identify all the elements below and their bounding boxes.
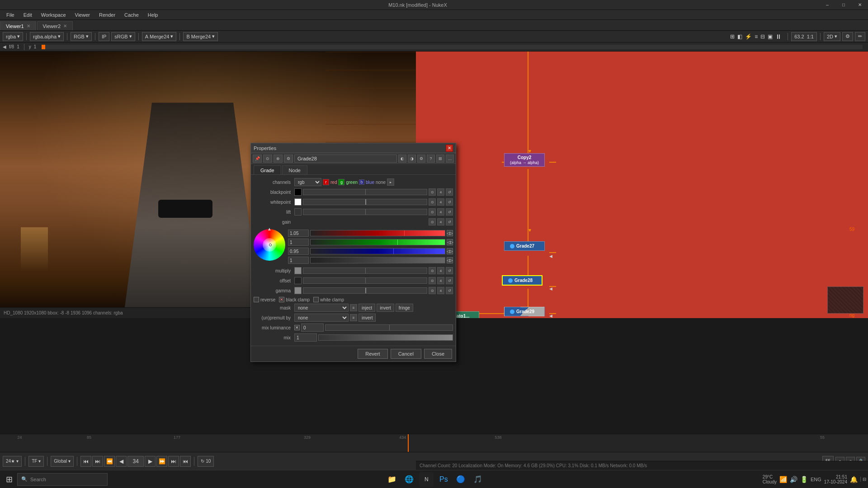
multiply-swatch[interactable] xyxy=(294,267,302,274)
step-forward-button[interactable]: ▶ xyxy=(145,456,156,467)
a-input-select[interactable]: A Merge24 ▾ xyxy=(142,32,177,41)
menu-edit[interactable]: Edit xyxy=(19,10,37,20)
gain-menu-3[interactable]: ◁▷ xyxy=(447,248,453,254)
loop-count[interactable]: ↻ 10 xyxy=(198,456,214,467)
props-settings-icon[interactable]: ⚙ xyxy=(284,155,293,163)
taskbar-app-browser[interactable]: 🔵 xyxy=(453,472,468,487)
channels-dropdown[interactable]: rgbrgbaredgreenblue xyxy=(294,178,321,186)
node-copy2[interactable]: Copy2 (alpha → alpha) xyxy=(504,153,545,167)
whitepoint-slider[interactable] xyxy=(303,199,427,205)
gain-expand-icon[interactable]: 4 xyxy=(437,218,444,225)
safe-area-icon[interactable]: ▣ xyxy=(768,33,773,40)
fringe-button[interactable]: fringe xyxy=(396,304,413,312)
gain-wheel-icon[interactable]: ⊙ xyxy=(429,218,436,225)
taskbar-app-media[interactable]: 🎵 xyxy=(471,472,485,487)
green-channel-btn[interactable]: g xyxy=(338,179,344,185)
taskbar-app-ps[interactable]: Ps xyxy=(436,472,451,487)
props-question-icon[interactable]: ? xyxy=(427,155,435,163)
fps-selector[interactable]: 24★ ▾ xyxy=(3,456,22,467)
node-graph[interactable]: Copy2 (alpha → alpha) ▼ ▼ Grade27 ◀ Grad… xyxy=(416,52,868,318)
global-selector[interactable]: Global ▾ xyxy=(51,456,74,467)
props-gear-icon[interactable]: ⚙ xyxy=(417,155,425,163)
lift-wheel-icon[interactable]: ⊙ xyxy=(429,208,436,216)
tray-show-desktop-icon[interactable]: ⊟ xyxy=(860,477,866,482)
wipe-icon[interactable]: ≡ xyxy=(755,33,758,40)
compare-icon[interactable]: ⚡ xyxy=(745,33,752,40)
gain-value-2[interactable]: 1 xyxy=(288,239,309,246)
frame-icon[interactable]: ◀ xyxy=(3,44,6,49)
unpremult-dropdown[interactable]: none xyxy=(294,314,349,322)
maximize-button[interactable]: □ xyxy=(835,0,852,10)
gamma-reset-icon[interactable]: ↺ xyxy=(446,287,453,294)
lift-expand-icon[interactable]: 4 xyxy=(437,208,444,216)
minimize-button[interactable]: – xyxy=(819,0,835,10)
tray-notification-icon[interactable]: 🔔 xyxy=(850,476,858,483)
props-titlebar[interactable]: Properties ✕ xyxy=(251,143,456,153)
blackpoint-reset-icon[interactable]: ↺ xyxy=(446,188,453,196)
taskbar-app-explorer[interactable]: 📁 xyxy=(385,472,399,487)
menu-file[interactable]: File xyxy=(2,10,19,20)
first-frame-button[interactable]: ⏮ xyxy=(80,456,91,467)
viewer2-close-icon[interactable]: ✕ xyxy=(63,23,67,28)
revert-button[interactable]: Revert xyxy=(358,349,387,359)
gain-slider-2[interactable] xyxy=(310,239,445,245)
red-channel-btn[interactable]: r xyxy=(323,179,329,185)
taskbar-app-chrome[interactable]: 🌐 xyxy=(402,472,416,487)
props-link-button[interactable]: ⊕ xyxy=(274,155,283,163)
props-eye-icon[interactable]: ◑ xyxy=(408,155,416,163)
mix-value[interactable]: 1 xyxy=(294,333,317,342)
close-dialog-button[interactable]: Close xyxy=(424,349,452,359)
tray-volume-icon[interactable]: 🔊 xyxy=(790,476,797,483)
node-grade29[interactable]: Grade29 xyxy=(504,307,545,316)
tray-battery-icon[interactable]: 🔋 xyxy=(800,476,808,483)
viewer-tab-1[interactable]: Viewer1 ✕ xyxy=(0,21,36,30)
whitepoint-reset-icon[interactable]: ↺ xyxy=(446,198,453,206)
gain-menu-1[interactable]: ◁▷ xyxy=(447,230,453,236)
b-input-select[interactable]: B Merge24 ▾ xyxy=(183,32,218,41)
windows-start-button[interactable]: ⊞ xyxy=(2,472,16,487)
whitepoint-expand-icon[interactable]: 4 xyxy=(437,198,444,206)
alpha-select[interactable]: rgba.alpha ▾ xyxy=(30,32,64,41)
play-backward-button[interactable]: ⏪ xyxy=(104,456,115,467)
node-grade28[interactable]: Grade28 xyxy=(502,275,542,286)
play-forward-button[interactable]: ⏩ xyxy=(156,456,167,467)
whitepoint-wheel-icon[interactable]: ⊙ xyxy=(429,198,436,206)
tab-grade[interactable]: Grade xyxy=(254,165,281,174)
viewer1-close-icon[interactable]: ✕ xyxy=(27,23,30,28)
rgb-select[interactable]: RGB ▾ xyxy=(71,32,92,41)
gain-slider-3[interactable] xyxy=(310,248,445,254)
viewer-pencil-icon[interactable]: ✏ xyxy=(855,32,865,41)
gain-value-4[interactable]: 1 xyxy=(288,257,309,264)
zoom-display[interactable]: 63.2 1:1 xyxy=(791,32,817,41)
menu-workspace[interactable]: Workspace xyxy=(37,10,71,20)
menu-cache[interactable]: Cache xyxy=(120,10,143,20)
gamma-slider[interactable] xyxy=(303,287,427,294)
frame-slider[interactable] xyxy=(42,45,863,49)
mask-dropdown[interactable]: none xyxy=(294,304,349,312)
inject-button[interactable]: inject xyxy=(359,304,375,312)
gain-menu-4[interactable]: ◁▷ xyxy=(447,257,453,263)
gain-slider-1[interactable] xyxy=(310,230,445,236)
tray-language[interactable]: ENG xyxy=(811,477,821,482)
next-keyframe-button[interactable]: ⏭ xyxy=(168,456,179,467)
lift-reset-icon[interactable]: ↺ xyxy=(446,208,453,216)
channels-select[interactable]: rgba ▾ xyxy=(3,32,23,41)
offset-slider[interactable] xyxy=(303,277,427,284)
pause-icon[interactable]: ⏸ xyxy=(775,33,782,40)
gain-slider-4[interactable] xyxy=(310,257,445,263)
grid-icon[interactable]: ⊟ xyxy=(760,33,765,40)
taskbar-search[interactable]: 🔍 Search xyxy=(17,473,108,486)
multiply-wheel-icon[interactable]: ⊙ xyxy=(429,267,436,274)
props-view-icon[interactable]: ◐ xyxy=(398,155,406,163)
colorwheel[interactable] xyxy=(254,229,285,261)
props-more-icon[interactable]: … xyxy=(446,155,454,163)
mix-luminance-slider[interactable] xyxy=(325,324,453,331)
taskbar-app-nuke[interactable]: N xyxy=(419,472,434,487)
props-close-button[interactable]: ✕ xyxy=(446,145,453,152)
white-clamp-checkbox[interactable]: white clamp xyxy=(313,297,344,302)
timeline-track[interactable]: 24 85 177 329 434 538 55 xyxy=(0,434,868,452)
cancel-button[interactable]: Cancel xyxy=(391,349,421,359)
offset-swatch[interactable] xyxy=(294,277,302,284)
viewer-settings-icon[interactable]: ⚙ xyxy=(842,32,853,41)
props-expand-icon[interactable]: ⊞ xyxy=(436,155,444,163)
